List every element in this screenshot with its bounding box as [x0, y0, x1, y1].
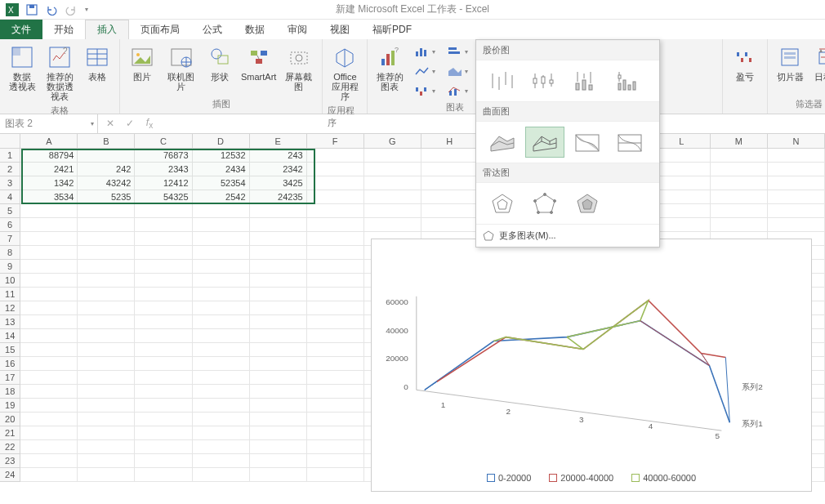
surface-3d-icon[interactable]: [483, 127, 522, 158]
cell[interactable]: [307, 288, 364, 301]
cell[interactable]: 242: [78, 163, 135, 176]
cell[interactable]: [193, 232, 250, 246]
cell[interactable]: [307, 260, 364, 274]
cell[interactable]: [193, 218, 250, 232]
cell[interactable]: [307, 399, 364, 413]
cell[interactable]: [307, 468, 364, 482]
col-header[interactable]: F: [307, 134, 364, 148]
surface-wireframe-3d-icon[interactable]: [525, 127, 564, 158]
cell[interactable]: [135, 454, 192, 468]
cell[interactable]: [307, 301, 364, 315]
cell[interactable]: [135, 246, 192, 260]
cell[interactable]: [20, 399, 78, 413]
cell[interactable]: [307, 232, 364, 246]
cell[interactable]: [250, 371, 307, 385]
cell[interactable]: [250, 274, 307, 288]
cell[interactable]: [250, 232, 307, 246]
row-header[interactable]: 19: [0, 399, 20, 413]
cell[interactable]: [135, 343, 192, 357]
stock-vohlc-icon[interactable]: [610, 65, 649, 96]
cell[interactable]: [711, 218, 768, 232]
cell[interactable]: [20, 385, 78, 399]
cell[interactable]: [193, 260, 250, 274]
cell[interactable]: [193, 274, 250, 288]
cell[interactable]: [307, 357, 364, 371]
cell[interactable]: [78, 288, 135, 301]
cell[interactable]: [421, 176, 479, 190]
row-header[interactable]: 6: [0, 218, 20, 232]
cell[interactable]: [421, 218, 479, 232]
tab-layout[interactable]: 页面布局: [129, 20, 191, 39]
cell[interactable]: [711, 163, 768, 176]
cell[interactable]: [768, 218, 825, 232]
stock-ohlc-icon[interactable]: [525, 65, 564, 96]
cell[interactable]: [307, 385, 364, 399]
winloss-chart-icon[interactable]: ▾: [410, 82, 439, 100]
cell[interactable]: [135, 357, 192, 371]
cell[interactable]: [421, 163, 479, 176]
cell[interactable]: 12412: [135, 176, 192, 190]
cell[interactable]: [78, 454, 135, 468]
cell[interactable]: 43242: [78, 176, 135, 190]
cell[interactable]: [250, 301, 307, 315]
recommended-charts-button[interactable]: ? 推荐的 图表: [372, 42, 407, 93]
cell[interactable]: [135, 413, 192, 426]
cell[interactable]: [193, 426, 250, 440]
cell[interactable]: [193, 468, 250, 482]
cell[interactable]: [78, 426, 135, 440]
cell[interactable]: 88794: [20, 149, 78, 163]
tab-review[interactable]: 审阅: [276, 20, 319, 39]
cell[interactable]: [421, 149, 479, 163]
table-button[interactable]: 表格: [80, 42, 114, 83]
cell[interactable]: [78, 468, 135, 482]
radar-markers-icon[interactable]: [525, 188, 564, 219]
column-chart-icon[interactable]: ▾: [410, 42, 439, 60]
cell[interactable]: [20, 246, 78, 260]
cell[interactable]: [20, 301, 78, 315]
cell[interactable]: [653, 176, 711, 190]
cell[interactable]: [135, 468, 192, 482]
cell[interactable]: [307, 176, 364, 190]
cell[interactable]: [78, 274, 135, 288]
cell[interactable]: [78, 301, 135, 315]
cell[interactable]: 2542: [193, 190, 250, 204]
qat-more-icon[interactable]: ▾: [85, 6, 88, 13]
cell[interactable]: [250, 288, 307, 301]
cell[interactable]: [193, 329, 250, 343]
cell[interactable]: [250, 343, 307, 357]
cell[interactable]: [307, 426, 364, 440]
combo-chart-icon[interactable]: ▾: [443, 82, 472, 100]
row-header[interactable]: 8: [0, 246, 20, 260]
cell[interactable]: [78, 218, 135, 232]
cell[interactable]: [250, 399, 307, 413]
surface-contour-icon[interactable]: [568, 127, 607, 158]
cell[interactable]: [78, 413, 135, 426]
cell[interactable]: [250, 357, 307, 371]
row-header[interactable]: 3: [0, 176, 20, 190]
col-header[interactable]: H: [421, 134, 479, 148]
cell[interactable]: [20, 357, 78, 371]
row-header[interactable]: 12: [0, 301, 20, 315]
row-header[interactable]: 21: [0, 426, 20, 440]
pictures-button[interactable]: 图片: [125, 42, 159, 83]
row-header[interactable]: 14: [0, 329, 20, 343]
cell[interactable]: [135, 288, 192, 301]
cell[interactable]: [250, 260, 307, 274]
cell[interactable]: [307, 149, 364, 163]
cell[interactable]: [307, 413, 364, 426]
cell[interactable]: [20, 288, 78, 301]
cell[interactable]: 76873: [135, 149, 192, 163]
cell[interactable]: [250, 246, 307, 260]
cell[interactable]: [135, 399, 192, 413]
cell[interactable]: [250, 454, 307, 468]
row-header[interactable]: 1: [0, 149, 20, 163]
accept-formula-icon[interactable]: ✓: [123, 118, 137, 129]
cell[interactable]: [20, 343, 78, 357]
col-header[interactable]: M: [711, 134, 768, 148]
cell[interactable]: [768, 176, 825, 190]
screenshot-button[interactable]: 屏幕截图: [280, 42, 317, 93]
cell[interactable]: 52354: [193, 176, 250, 190]
cell[interactable]: [768, 204, 825, 218]
radar-filled-icon[interactable]: [568, 188, 607, 219]
cell[interactable]: [653, 218, 711, 232]
